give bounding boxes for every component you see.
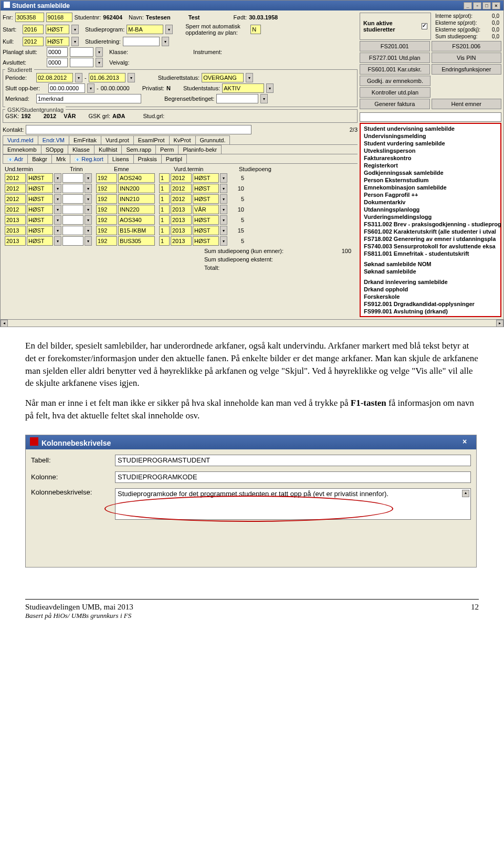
row-n[interactable] [159, 226, 170, 235]
row-blank1[interactable] [62, 236, 83, 246]
tab-praksis[interactable]: Praksis [133, 154, 162, 163]
row-sem-dd[interactable]: ▾ [54, 173, 61, 183]
row-blank1[interactable] [62, 184, 83, 193]
menu-item[interactable]: FS811.001 Emnefritak - studentutskrift [363, 250, 498, 257]
menu-item[interactable]: Forskerskole [363, 293, 498, 300]
kolonnebeskrivelse-textarea[interactable]: Studieprogramkode for det programmet stu… [115, 488, 471, 520]
row-blank1-dd[interactable]: ▾ [85, 236, 92, 246]
hent-emner-button[interactable]: Hent emner [432, 99, 502, 109]
row-vsem-dd[interactable]: ▾ [220, 194, 227, 204]
row-blank1[interactable] [62, 215, 83, 225]
karutskr-button[interactable]: FS601.001 Kar.utskr. [360, 64, 430, 75]
scroll-right-button[interactable]: ▸ [496, 320, 503, 327]
menu-item[interactable]: FS311.002 Brev - praksisgodkjenning - st… [363, 220, 498, 228]
row-blank1[interactable] [62, 194, 83, 204]
studieprogram-input[interactable] [127, 25, 163, 34]
kun-aktive-checkbox[interactable] [422, 23, 427, 29]
periode-fra-input[interactable] [36, 73, 73, 82]
avsluttet-dropdown[interactable]: ▾ [96, 58, 103, 67]
row-sem[interactable] [27, 184, 53, 193]
kull-year-input[interactable] [23, 37, 44, 46]
tab-lisens[interactable]: Lisens [108, 154, 134, 163]
sluttopp-fra-input[interactable] [48, 83, 85, 93]
row-trinn[interactable] [96, 236, 117, 246]
restore-button[interactable]: ▫ [473, 2, 481, 9]
row-blank1-dd[interactable]: ▾ [85, 194, 92, 204]
close-button[interactable]: × [492, 2, 500, 9]
row-sem-dd[interactable]: ▾ [54, 194, 61, 204]
tab-kvprot[interactable]: KvProt [169, 135, 196, 144]
maximize-button[interactable]: □ [482, 2, 491, 9]
tab-perm[interactable]: Perm [155, 145, 178, 154]
row-year[interactable] [5, 236, 26, 246]
menu-item[interactable]: Utvekslingsperson [363, 147, 498, 154]
row-n[interactable] [159, 173, 170, 183]
menu-item[interactable]: Person Eksternstudium [363, 176, 498, 184]
row-trinn[interactable] [96, 184, 117, 193]
scroll-left-button[interactable]: ◂ [1, 320, 8, 327]
start-year-input[interactable] [23, 25, 44, 34]
row-vsem-dd[interactable]: ▾ [220, 215, 227, 225]
menu-item[interactable]: Emnekombinasjon samlebilde [363, 184, 498, 191]
row-blank1-dd[interactable]: ▾ [85, 215, 92, 225]
row-emne[interactable] [118, 184, 155, 193]
tab-grunnutd[interactable]: Grunnutd. [195, 135, 230, 144]
row-vsem[interactable] [193, 226, 219, 235]
tab-regkort[interactable]: 📧Reg.kort [70, 154, 108, 163]
row-blank1-dd[interactable]: ▾ [85, 226, 92, 235]
menu-item[interactable]: FS912.001 Drgradkandidat-opplysninger [363, 300, 498, 308]
kull-sem-input[interactable] [46, 37, 69, 46]
studentstatus-dropdown[interactable]: ▾ [266, 83, 274, 93]
fs201-001-button[interactable]: FS201.001 [360, 41, 430, 51]
row-n[interactable] [159, 236, 170, 246]
row-sem[interactable] [27, 194, 53, 204]
row-n[interactable] [159, 215, 170, 225]
menu-item[interactable]: Godkjenningssak samlebilde [363, 169, 498, 176]
tab-klasse[interactable]: Klasse [68, 145, 94, 154]
row-trinn[interactable] [96, 205, 117, 214]
menu-item[interactable]: FS740.003 Sensurprotokoll for avsluttend… [363, 243, 498, 250]
menu-item[interactable]: Student vurdering samlebilde [363, 140, 498, 147]
row-vsem-dd[interactable]: ▾ [220, 205, 227, 214]
tab-kullhist[interactable]: Kullhist [94, 145, 122, 154]
row-emne[interactable] [118, 194, 155, 204]
row-year[interactable] [5, 205, 26, 214]
row-year[interactable] [5, 215, 26, 225]
fs201-006-button[interactable]: FS201.006 [432, 41, 502, 51]
studentstatus-input[interactable] [222, 83, 264, 93]
tab-emnekomb[interactable]: Emnekomb [3, 145, 41, 154]
begrenset-dropdown[interactable]: ▾ [260, 94, 268, 103]
menu-item[interactable]: Undervisningsmelding [363, 132, 498, 140]
periode-til-dropdown[interactable]: ▾ [128, 73, 135, 82]
row-trinn[interactable] [96, 215, 117, 225]
fnr1-input[interactable] [15, 13, 44, 22]
tab-emfritak[interactable]: EmFritak [69, 135, 101, 144]
row-trinn[interactable] [96, 173, 117, 183]
studierettstatus-input[interactable] [202, 73, 244, 82]
vis-pin-button[interactable]: Vis PIN [432, 52, 502, 63]
row-vsem[interactable] [193, 194, 219, 204]
row-n[interactable] [159, 184, 170, 193]
row-emne[interactable] [118, 205, 155, 214]
tab-partipl[interactable]: Partipl [161, 154, 187, 163]
planlagtslutt-input[interactable] [47, 47, 68, 57]
kontroller-utdplan-button[interactable]: Kontroller utd.plan [360, 87, 430, 98]
menu-item[interactable]: Fakturareskontro [363, 154, 498, 162]
planlagtslutt-dropdown[interactable]: ▾ [96, 47, 103, 57]
row-vsem[interactable] [193, 184, 219, 193]
row-sem[interactable] [27, 205, 53, 214]
avsluttet-input[interactable] [47, 58, 68, 67]
start-sem-input[interactable] [46, 25, 69, 34]
row-trinn[interactable] [96, 194, 117, 204]
endringsfunksjoner-button[interactable]: Endringsfunksjoner [432, 64, 502, 75]
row-vsem-dd[interactable]: ▾ [220, 173, 227, 183]
row-vyear[interactable] [171, 194, 192, 204]
row-sem-dd[interactable]: ▾ [54, 226, 61, 235]
row-vyear[interactable] [171, 226, 192, 235]
row-vsem[interactable] [193, 205, 219, 214]
avsluttet-sem-input[interactable] [70, 58, 93, 67]
row-vsem-dd[interactable]: ▾ [220, 226, 227, 235]
row-trinn[interactable] [96, 226, 117, 235]
begrenset-input[interactable] [216, 94, 258, 103]
planlagtslutt-sem-input[interactable] [70, 47, 93, 57]
